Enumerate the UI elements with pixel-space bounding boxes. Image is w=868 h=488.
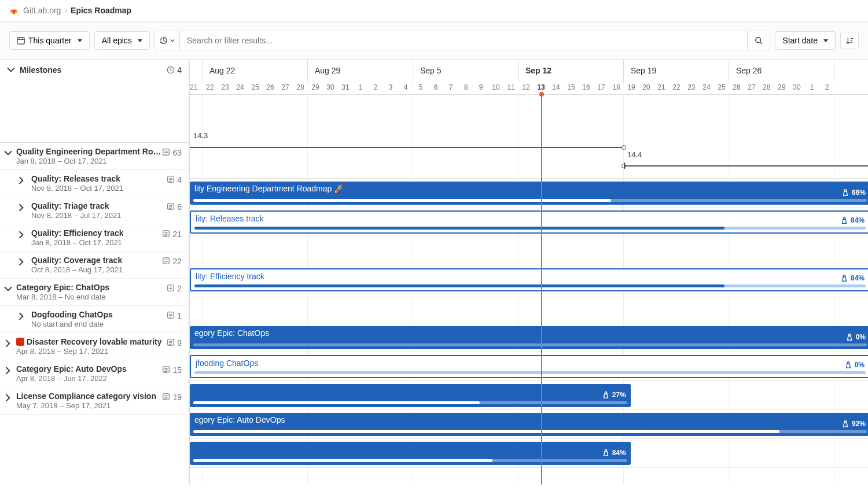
chevron-down-icon bbox=[170, 36, 175, 45]
weight-icon bbox=[841, 420, 849, 428]
week-header: Aug 22 bbox=[203, 60, 308, 83]
epic-title: Quality: Efficiency track bbox=[31, 228, 162, 238]
svg-point-19 bbox=[844, 421, 847, 423]
svg-rect-0 bbox=[17, 38, 24, 44]
timeline[interactable]: Aug 22Aug 29Sep 5Sep 12Sep 19Sep 2621222… bbox=[190, 60, 868, 485]
milestones-header[interactable]: Milestones 4 bbox=[0, 60, 189, 80]
timeline-row bbox=[190, 294, 868, 323]
epic-list-item[interactable]: License Compliance category visionMay 7,… bbox=[0, 387, 189, 415]
epic-list-item[interactable]: Quality: Coverage trackOct 8, 2018 – Aug… bbox=[0, 252, 189, 279]
epic-dates: Nov 8, 2018 – Jul 17, 2021 bbox=[31, 211, 167, 220]
epic-dates: May 7, 2018 – Sep 17, 2021 bbox=[16, 401, 162, 410]
epic-list-item[interactable]: Quality Engineering Department Roa...Jan… bbox=[0, 143, 189, 170]
epic-list-item[interactable]: Quality: Efficiency trackJan 8, 2018 – O… bbox=[0, 224, 189, 252]
epic-dates: Mar 8, 2018 – No end date bbox=[16, 293, 167, 301]
scope-dropdown[interactable]: All epics bbox=[94, 31, 150, 50]
recent-searches-button[interactable] bbox=[155, 31, 179, 50]
epic-count-icon bbox=[162, 393, 170, 401]
epic-bar-label: egory Epic: ChatOps bbox=[194, 328, 269, 338]
epic-bar[interactable]: lity: Efficiency track84% bbox=[190, 268, 868, 291]
epic-children-count: 22 bbox=[162, 256, 182, 274]
expand-icon[interactable] bbox=[0, 310, 31, 328]
search-input[interactable] bbox=[179, 31, 747, 50]
calendar-icon bbox=[17, 36, 25, 45]
epic-dates: Apr 8, 2018 – Jun 17, 2022 bbox=[16, 374, 162, 383]
epic-list-item[interactable]: Category Epic: Auto DevOpsApr 8, 2018 – … bbox=[0, 360, 189, 387]
weight-icon bbox=[602, 391, 610, 399]
filter-toolbar: This quarter All epics Start date bbox=[0, 21, 868, 60]
epic-children-count: 2 bbox=[167, 283, 182, 301]
timeline-row bbox=[190, 236, 868, 265]
svg-point-17 bbox=[847, 362, 849, 364]
epic-list-item[interactable]: Dogfooding ChatOpsNo start and end date1 bbox=[0, 306, 189, 333]
epic-list-item[interactable]: Disaster Recovery lovable maturityApr 8,… bbox=[0, 333, 189, 360]
epic-bar[interactable]: lity Engineering Department Roadmap 🚀66% bbox=[190, 182, 868, 205]
timeline-row: lity Engineering Department Roadmap 🚀66% bbox=[190, 179, 868, 208]
expand-icon[interactable] bbox=[0, 256, 31, 274]
expand-icon[interactable] bbox=[0, 337, 16, 356]
week-header: Sep 19 bbox=[624, 60, 729, 83]
breadcrumb-org-link[interactable]: GitLab.org bbox=[23, 6, 61, 15]
gitlab-logo-icon bbox=[9, 6, 19, 15]
expand-icon[interactable] bbox=[0, 391, 16, 410]
epic-badge-icon bbox=[16, 338, 24, 346]
epic-bar-progress: 27% bbox=[602, 391, 626, 399]
epic-bar-label: lity Engineering Department Roadmap 🚀 bbox=[194, 184, 344, 193]
expand-icon[interactable] bbox=[0, 228, 31, 247]
sort-dropdown[interactable]: Start date bbox=[775, 31, 836, 50]
epic-count-icon bbox=[167, 338, 175, 346]
epic-title: Disaster Recovery lovable maturity bbox=[16, 337, 167, 346]
weight-icon bbox=[845, 333, 854, 341]
expand-icon[interactable] bbox=[0, 201, 31, 220]
epic-children-count: 15 bbox=[162, 364, 182, 383]
chevron-down-icon bbox=[7, 66, 15, 74]
expand-icon[interactable] bbox=[0, 174, 31, 193]
expand-icon[interactable] bbox=[0, 364, 16, 383]
epic-title: Category Epic: ChatOps bbox=[16, 283, 167, 292]
epic-bar[interactable]: 27% bbox=[190, 384, 631, 407]
epic-dates: Jan 8, 2018 – Oct 17, 2021 bbox=[16, 157, 162, 165]
epic-bar-label: egory Epic: Auto DevOps bbox=[194, 415, 285, 424]
epic-sidebar: Milestones 4 Quality Engineering Departm… bbox=[0, 60, 190, 485]
epic-count-icon bbox=[162, 365, 170, 374]
milestone-label: 14.3 bbox=[193, 131, 208, 140]
epic-list-item[interactable]: Category Epic: ChatOpsMar 8, 2018 – No e… bbox=[0, 279, 189, 306]
epic-bar-progress: 66% bbox=[841, 188, 866, 197]
scope-label: All epics bbox=[102, 36, 132, 45]
collapse-icon[interactable] bbox=[0, 147, 16, 165]
epic-bar[interactable]: egory Epic: Auto DevOps92% bbox=[190, 413, 868, 436]
epic-title: Dogfooding ChatOps bbox=[31, 310, 167, 319]
epic-bar-progress: 84% bbox=[602, 449, 626, 457]
epic-bar-progress: 92% bbox=[841, 420, 866, 428]
epic-list-item[interactable]: Quality: Releases trackNov 8, 2018 – Oct… bbox=[0, 170, 189, 197]
period-dropdown[interactable]: This quarter bbox=[9, 31, 90, 50]
epic-bar[interactable]: jfooding ChatOps0% bbox=[190, 355, 868, 378]
epic-children-count: 19 bbox=[162, 391, 182, 410]
epic-children-count: 9 bbox=[167, 337, 182, 356]
epic-bar[interactable]: lity: Releases track84% bbox=[190, 210, 868, 234]
epic-list-item[interactable]: Quality: Triage trackNov 8, 2018 – Jul 1… bbox=[0, 197, 189, 224]
search-button[interactable] bbox=[747, 31, 770, 50]
breadcrumb-separator-icon: › bbox=[64, 6, 67, 15]
sort-direction-button[interactable] bbox=[840, 32, 859, 49]
milestones-track: 14.314.4 bbox=[190, 95, 868, 179]
epic-dates: Jan 8, 2018 – Oct 17, 2021 bbox=[31, 238, 162, 247]
collapse-icon[interactable] bbox=[0, 283, 16, 301]
svg-point-1 bbox=[756, 38, 761, 43]
sort-direction-icon bbox=[845, 36, 854, 45]
epic-children-count: 21 bbox=[162, 228, 182, 247]
milestone-label: 14.4 bbox=[627, 150, 642, 159]
clock-icon bbox=[167, 66, 175, 74]
epic-bar[interactable]: egory Epic: ChatOps0% bbox=[190, 326, 868, 349]
svg-point-18 bbox=[605, 392, 607, 394]
milestones-count: 4 bbox=[177, 65, 182, 75]
epic-bar-progress: 0% bbox=[844, 361, 865, 369]
epic-bar-label: lity: Releases track bbox=[196, 214, 263, 223]
timeline-header: Aug 22Aug 29Sep 5Sep 12Sep 19Sep 2621222… bbox=[190, 60, 868, 95]
timeline-row: jfooding ChatOps0% bbox=[190, 352, 868, 381]
timeline-row: 84% bbox=[190, 439, 868, 468]
weight-icon bbox=[840, 274, 848, 282]
epic-dates: No start and end date bbox=[31, 320, 167, 328]
epic-bar[interactable]: 84% bbox=[190, 442, 631, 465]
timeline-row: lity: Releases track84% bbox=[190, 208, 868, 236]
